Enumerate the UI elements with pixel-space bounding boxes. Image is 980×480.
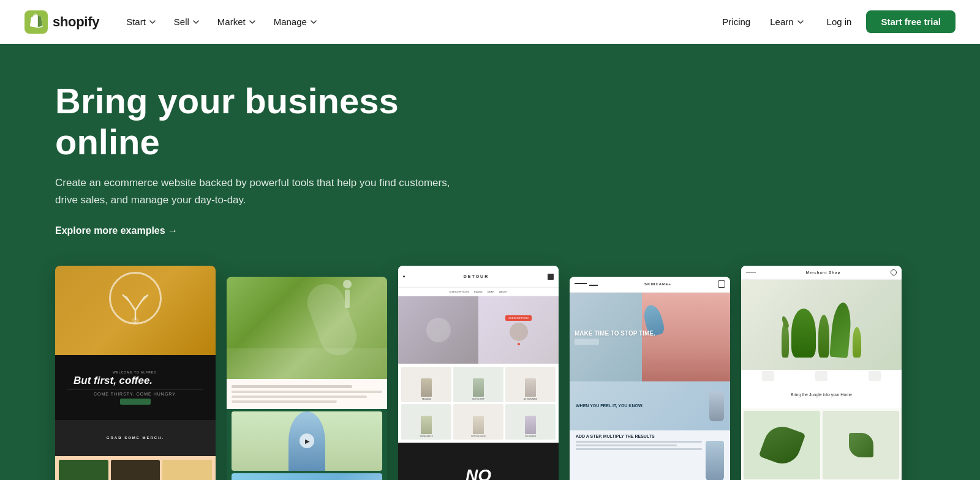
card4-step-section: ADD A STEP, MULTIPLY THE RESULTS xyxy=(570,430,730,480)
card5-caption: Bring the Jungle into your Home xyxy=(741,381,902,409)
svg-point-1 xyxy=(132,317,139,324)
explore-examples-link[interactable]: Explore more examples → xyxy=(55,225,925,236)
mock-site-detour: DETOUR SUBSCRIPTIONS BEANS GEAR ABOUT xyxy=(398,266,559,480)
screenshots-row: A WELCOME TO ALFRED. But first, coffee. … xyxy=(55,266,925,480)
card2-bottom-image xyxy=(232,473,382,480)
card1-mid-content: WELCOME TO ALFRED. But first, coffee. CO… xyxy=(55,355,216,419)
screenshot-plants[interactable]: Merchant Shop xyxy=(741,266,902,480)
card3-banner: NOMOREBADCUPS xyxy=(398,443,559,480)
login-button[interactable]: Log in xyxy=(817,12,862,32)
chevron-down-icon xyxy=(309,18,318,26)
card5-header: Merchant Shop xyxy=(741,266,902,280)
card1-secondary: COME THIRSTY. COME HUNGRY. xyxy=(94,392,177,396)
card2-video-thumb: ▶ xyxy=(232,411,382,471)
nav-item-pricing[interactable]: Pricing xyxy=(715,12,758,32)
card4-secondary-section: WHEN YOU FEEL IT, YOU KNOW. xyxy=(570,381,730,430)
mock-site-fitness: ▶ xyxy=(227,277,387,480)
logo-text-label: shopify xyxy=(53,14,99,30)
screenshot-detour[interactable]: DETOUR SUBSCRIPTIONS BEANS GEAR ABOUT xyxy=(398,266,559,480)
hero-subtitle: Create an ecommerce website backed by po… xyxy=(55,174,472,208)
mock-site-coffee: A WELCOME TO ALFRED. But first, coffee. … xyxy=(55,266,216,480)
nav-item-sell[interactable]: Sell xyxy=(167,12,208,32)
hero-title: Bring your business online xyxy=(55,81,484,162)
mock-site-skincare: SKINCARE+ MAKE TIME TO STOP TIME. xyxy=(570,277,730,480)
screenshot-coffee[interactable]: A WELCOME TO ALFRED. But first, coffee. … xyxy=(55,266,216,480)
chevron-down-icon xyxy=(148,18,157,26)
card3-hero-image: SUBSCRIPTIONS xyxy=(398,296,559,364)
nav-item-manage[interactable]: Manage xyxy=(266,12,325,32)
logo[interactable]: shopify xyxy=(24,10,99,34)
card1-bottom-products: MATCHA COFFEE DIGIT. GIFTC. xyxy=(55,456,216,480)
deer-antlers-icon: A xyxy=(117,292,154,329)
card3-brand-name: DETOUR xyxy=(464,274,489,279)
nav-item-market[interactable]: Market xyxy=(210,12,264,32)
card1-welcome-text: WELCOME TO ALFRED. xyxy=(60,370,211,374)
screenshot-skincare[interactable]: SKINCARE+ MAKE TIME TO STOP TIME. xyxy=(570,277,730,480)
nav-right: Pricing Learn Log in Start free trial xyxy=(715,10,956,33)
card3-banner-text: NOMOREBADCUPS xyxy=(453,468,504,480)
nav-main: Start Sell Market Manage xyxy=(119,12,715,32)
nav-item-start[interactable]: Start xyxy=(119,12,164,32)
card4-headline: MAKE TIME TO STOP TIME. xyxy=(575,329,655,336)
screenshot-fitness[interactable]: ▶ xyxy=(227,277,387,480)
navbar: shopify Start Sell Market Manage xyxy=(0,0,980,44)
card1-top-image: A xyxy=(55,266,216,356)
card5-hero-image xyxy=(741,280,902,381)
card3-header-bar: DETOUR xyxy=(398,266,559,288)
mock-site-plants: Merchant Shop xyxy=(741,266,902,480)
chevron-down-icon xyxy=(248,18,257,26)
card2-hero-image xyxy=(227,277,387,379)
shopify-logo-icon xyxy=(24,10,48,34)
chevron-down-icon xyxy=(192,18,200,26)
card1-tagline: But first, coffee. xyxy=(66,375,211,386)
card4-secondary-text: WHEN YOU FEEL IT, YOU KNOW. xyxy=(576,403,643,408)
nav-item-learn[interactable]: Learn xyxy=(763,12,812,32)
start-trial-button[interactable]: Start free trial xyxy=(866,10,956,33)
chevron-down-icon xyxy=(796,18,805,26)
card5-shelf-text: Bring the Jungle into your Home xyxy=(791,392,852,397)
svg-text:A: A xyxy=(134,321,137,324)
card4-hero-section: MAKE TIME TO STOP TIME. xyxy=(570,293,730,381)
card5-product-grid xyxy=(741,408,902,480)
card1-merch-strip: GRAB SOME MERCH. xyxy=(55,420,216,457)
card1-merch-text: GRAB SOME MERCH. xyxy=(107,436,164,440)
card3-product-grid: TANZANIA BOTTLE SHIP AUTUMN FARM YIRGACH… xyxy=(398,364,559,442)
hero-section: Bring your business online Create an eco… xyxy=(0,44,980,480)
card4-section-head: ADD A STEP, MULTIPLY THE RESULTS xyxy=(576,434,724,438)
